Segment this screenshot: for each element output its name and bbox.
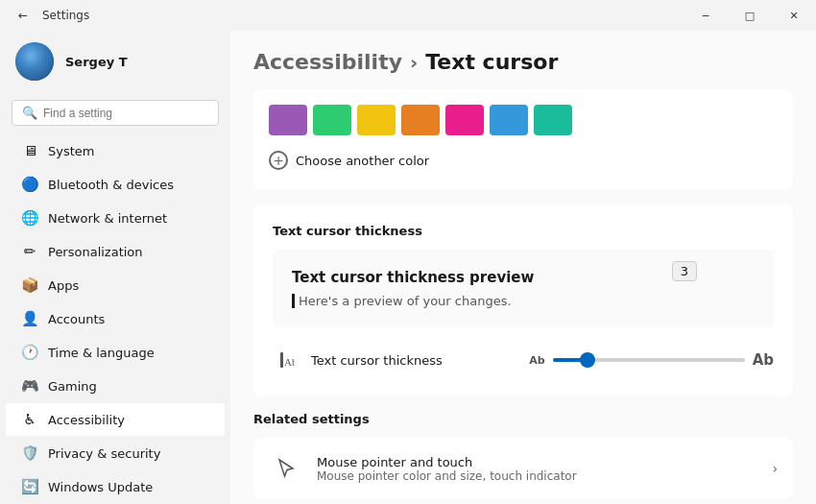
sidebar-item-update[interactable]: 🔄Windows Update [6, 470, 225, 503]
slider-min-icon: Ab [529, 354, 544, 367]
time-icon: 🕐 [21, 344, 38, 361]
privacy-icon: 🛡️ [21, 444, 38, 462]
color-swatch-orange[interactable] [401, 105, 440, 135]
search-box[interactable]: 🔍 [12, 100, 219, 126]
sidebar-item-system[interactable]: 🖥System [6, 134, 225, 167]
sidebar-item-label-update: Windows Update [48, 480, 153, 494]
sidebar-item-label-gaming: Gaming [48, 379, 97, 394]
network-icon: 🌐 [21, 209, 38, 227]
personalization-icon: ✏️ [21, 243, 38, 260]
slider-thumb[interactable] [580, 352, 595, 368]
sidebar-item-apps[interactable]: 📦Apps [6, 269, 225, 301]
titlebar-left: ← Settings [12, 4, 89, 27]
bluetooth-icon: 🔵 [21, 176, 38, 193]
sidebar-item-time[interactable]: 🕐Time & language [6, 336, 225, 369]
sidebar-item-accounts[interactable]: 👤Accounts [6, 302, 225, 335]
apps-icon: 📦 [21, 276, 38, 294]
sidebar-item-label-accounts: Accounts [48, 312, 105, 326]
avatar [15, 42, 54, 81]
mouse-pointer-icon [269, 451, 303, 486]
mouse-pointer-item[interactable]: Mouse pointer and touch Mouse pointer co… [253, 438, 793, 499]
thickness-label: Text cursor thickness [311, 353, 517, 368]
preview-text: Here's a preview of your changes. [292, 294, 755, 308]
back-button[interactable]: ← [12, 4, 35, 27]
app-body: Sergey T 🔍 🖥System🔵Bluetooth & devices🌐N… [0, 31, 816, 504]
sidebar-item-label-personalization: Personalization [48, 245, 143, 259]
window-controls: ─ □ ✕ [684, 0, 816, 31]
update-icon: 🔄 [21, 478, 38, 495]
accessibility-icon: ♿ [21, 411, 38, 428]
breadcrumb: Accessibility › Text cursor [230, 31, 816, 89]
related-settings-section: Related settings Mouse pointer and touch… [253, 412, 793, 499]
thickness-section-title: Text cursor thickness [273, 224, 774, 238]
choose-color-label: Choose another color [296, 154, 429, 168]
svg-text:Ab: Ab [284, 356, 295, 368]
slider-track[interactable] [553, 358, 745, 362]
choose-color-button[interactable]: + Choose another color [269, 147, 778, 174]
color-swatches [269, 105, 778, 135]
sidebar-item-label-accessibility: Accessibility [48, 413, 125, 427]
breadcrumb-parent[interactable]: Accessibility [253, 50, 402, 74]
user-section: Sergey T [0, 31, 230, 92]
mouse-pointer-text: Mouse pointer and touch Mouse pointer co… [317, 455, 758, 483]
related-settings-title: Related settings [253, 412, 793, 426]
thickness-section: Text cursor thickness Text cursor thickn… [253, 204, 793, 396]
color-swatch-blue[interactable] [490, 105, 528, 135]
color-swatch-pink[interactable] [445, 105, 484, 135]
preview-box: Text cursor thickness preview Here's a p… [273, 250, 774, 327]
sidebar-item-label-system: System [48, 144, 94, 158]
breadcrumb-current: Text cursor [425, 50, 558, 74]
accounts-icon: 👤 [21, 310, 38, 327]
user-name: Sergey T [65, 55, 128, 69]
value-bubble: 3 [672, 261, 697, 281]
thickness-row: Ab Text cursor thickness Ab Ab [273, 343, 774, 377]
sidebar-item-bluetooth[interactable]: 🔵Bluetooth & devices [6, 168, 225, 201]
breadcrumb-separator: › [410, 51, 418, 74]
sidebar-item-privacy[interactable]: 🛡️Privacy & security [6, 437, 225, 469]
sidebar-item-label-apps: Apps [48, 278, 79, 293]
content-area: Accessibility › Text cursor + Choose ano… [230, 31, 816, 504]
sidebar-item-gaming[interactable]: 🎮Gaming [6, 370, 225, 402]
sidebar-item-accessibility[interactable]: ♿Accessibility [6, 403, 225, 436]
slider-max-icon: Ab [753, 351, 774, 369]
mouse-pointer-subtitle: Mouse pointer color and size, touch indi… [317, 469, 758, 483]
svg-rect-0 [280, 352, 283, 368]
sidebar-item-network[interactable]: 🌐Network & internet [6, 202, 225, 234]
maximize-button[interactable]: □ [728, 0, 772, 31]
search-icon: 🔍 [22, 106, 37, 120]
sidebar-item-label-bluetooth: Bluetooth & devices [48, 178, 174, 192]
system-icon: 🖥 [21, 142, 38, 159]
close-button[interactable]: ✕ [772, 0, 816, 31]
titlebar: ← Settings ─ □ ✕ [0, 0, 816, 31]
content-inner: + Choose another color Text cursor thick… [230, 89, 816, 504]
color-swatch-purple[interactable] [269, 105, 307, 135]
color-section: + Choose another color [253, 89, 793, 189]
color-swatch-green[interactable] [313, 105, 351, 135]
search-input[interactable] [43, 107, 208, 120]
chevron-right-icon: › [772, 461, 778, 476]
slider-container: Ab Ab [529, 351, 774, 369]
sidebar-item-label-time: Time & language [48, 346, 155, 360]
sidebar-item-label-network: Network & internet [48, 211, 167, 226]
mouse-pointer-title: Mouse pointer and touch [317, 455, 758, 469]
color-swatch-yellow[interactable] [357, 105, 396, 135]
nav-container: 🖥System🔵Bluetooth & devices🌐Network & in… [0, 133, 230, 504]
plus-icon: + [269, 151, 288, 170]
sidebar: Sergey T 🔍 🖥System🔵Bluetooth & devices🌐N… [0, 31, 230, 504]
gaming-icon: 🎮 [21, 377, 38, 395]
sidebar-item-label-privacy: Privacy & security [48, 446, 160, 461]
color-swatch-teal[interactable] [534, 105, 572, 135]
sidebar-item-personalization[interactable]: ✏️Personalization [6, 235, 225, 268]
cursor-icon: Ab [273, 350, 300, 370]
minimize-button[interactable]: ─ [684, 0, 728, 31]
titlebar-title: Settings [42, 9, 89, 22]
